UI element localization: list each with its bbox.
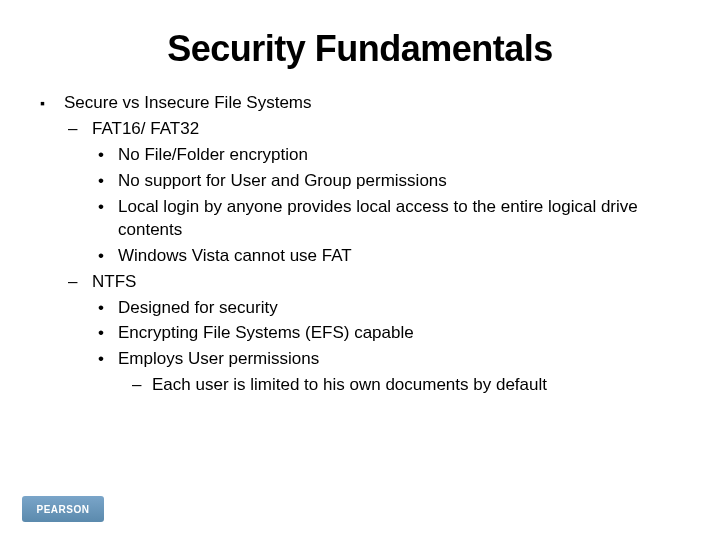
logo-text: PEARSON [37, 504, 90, 515]
slide: Security Fundamentals ▪ Secure vs Insecu… [0, 0, 720, 540]
bullet-level3: • No File/Folder encryption [98, 144, 680, 167]
bullet-level3: • Designed for security [98, 297, 680, 320]
dot-icon: • [98, 144, 118, 167]
list-item: Designed for security [118, 297, 680, 320]
list-item: Encrypting File Systems (EFS) capable [118, 322, 680, 345]
bullet-level3: • Windows Vista cannot use FAT [98, 245, 680, 268]
bullet-level3: • Encrypting File Systems (EFS) capable [98, 322, 680, 345]
list-item: Employs User permissions [118, 348, 680, 371]
bullet-level4: – Each user is limited to his own docume… [132, 374, 680, 397]
dot-icon: • [98, 322, 118, 345]
topic-text: Secure vs Insecure File Systems [64, 92, 680, 115]
bullet-level3: • Local login by anyone provides local a… [98, 196, 680, 242]
dot-icon: • [98, 297, 118, 320]
list-item: Windows Vista cannot use FAT [118, 245, 680, 268]
dot-icon: • [98, 196, 118, 242]
bullet-level1: ▪ Secure vs Insecure File Systems [40, 92, 680, 115]
list-item: No support for User and Group permission… [118, 170, 680, 193]
dot-icon: • [98, 245, 118, 268]
pearson-logo: PEARSON [22, 496, 104, 522]
bullet-level3: • No support for User and Group permissi… [98, 170, 680, 193]
bullet-level2: – NTFS [68, 271, 680, 294]
square-bullet-icon: ▪ [40, 92, 64, 115]
dash-icon: – [132, 374, 152, 397]
bullet-level3: • Employs User permissions [98, 348, 680, 371]
list-item: No File/Folder encryption [118, 144, 680, 167]
list-item: Local login by anyone provides local acc… [118, 196, 680, 242]
slide-title: Security Fundamentals [40, 28, 680, 70]
slide-content: ▪ Secure vs Insecure File Systems – FAT1… [40, 92, 680, 397]
fat-label: FAT16/ FAT32 [92, 118, 680, 141]
dot-icon: • [98, 170, 118, 193]
dot-icon: • [98, 348, 118, 371]
dash-icon: – [68, 271, 92, 294]
list-item: Each user is limited to his own document… [152, 374, 680, 397]
bullet-level2: – FAT16/ FAT32 [68, 118, 680, 141]
dash-icon: – [68, 118, 92, 141]
ntfs-label: NTFS [92, 271, 680, 294]
